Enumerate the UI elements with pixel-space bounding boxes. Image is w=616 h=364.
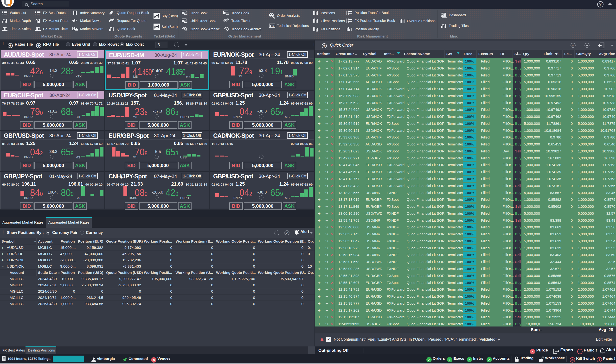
svg-text:!?: !?: [272, 24, 274, 27]
